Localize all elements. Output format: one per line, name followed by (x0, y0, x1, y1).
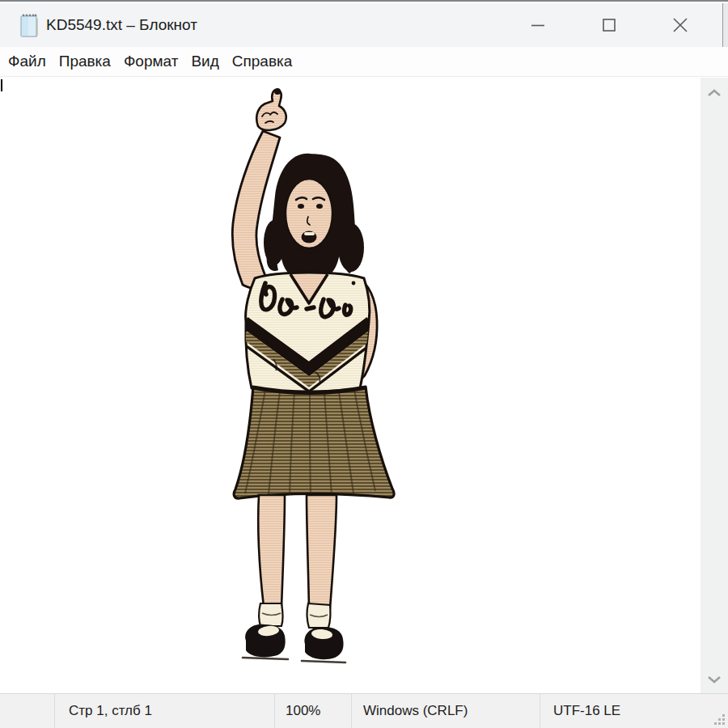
menu-view[interactable]: Вид (184, 47, 225, 77)
maximize-button[interactable] (574, 3, 645, 47)
window-title: KD5549.txt – Блокнот (46, 3, 197, 47)
cheerleader-illustration (194, 78, 437, 673)
scroll-up-button[interactable] (700, 81, 728, 105)
window-controls (502, 3, 716, 47)
menu-help[interactable]: Справка (226, 47, 299, 77)
window-right-edge (722, 3, 728, 47)
notepad-icon (19, 12, 39, 38)
cursor-position: Стр 1, стлб 1 (55, 694, 275, 728)
minimize-button[interactable] (502, 3, 574, 47)
resize-grip[interactable] (713, 713, 726, 726)
vertical-scrollbar[interactable] (700, 78, 728, 695)
title-bar[interactable]: KD5549.txt – Блокнот (0, 3, 728, 47)
minimize-icon (531, 18, 545, 32)
maximize-icon (602, 18, 616, 32)
menu-edit[interactable]: Правка (53, 47, 117, 77)
menu-file[interactable]: Файл (2, 47, 53, 77)
chevron-down-icon (708, 675, 721, 684)
menu-bar: Файл Правка Формат Вид Справка (0, 47, 728, 77)
notepad-window: KD5549.txt – Блокнот Файл Правка Формат … (0, 0, 728, 728)
close-button[interactable] (645, 3, 716, 47)
scroll-down-button[interactable] (700, 667, 728, 692)
line-ending-indicator: Windows (CRLF) (352, 694, 540, 728)
menu-format[interactable]: Формат (117, 47, 185, 77)
zoom-level: 100% (275, 694, 352, 728)
status-spacer (0, 694, 55, 728)
status-bar: Стр 1, стлб 1 100% Windows (CRLF) UTF-16… (0, 693, 728, 728)
close-icon (672, 17, 688, 33)
text-caret (1, 79, 2, 91)
chevron-up-icon (708, 89, 721, 97)
editor-area[interactable] (0, 78, 700, 695)
encoding-indicator: UTF-16 LE (540, 694, 728, 728)
